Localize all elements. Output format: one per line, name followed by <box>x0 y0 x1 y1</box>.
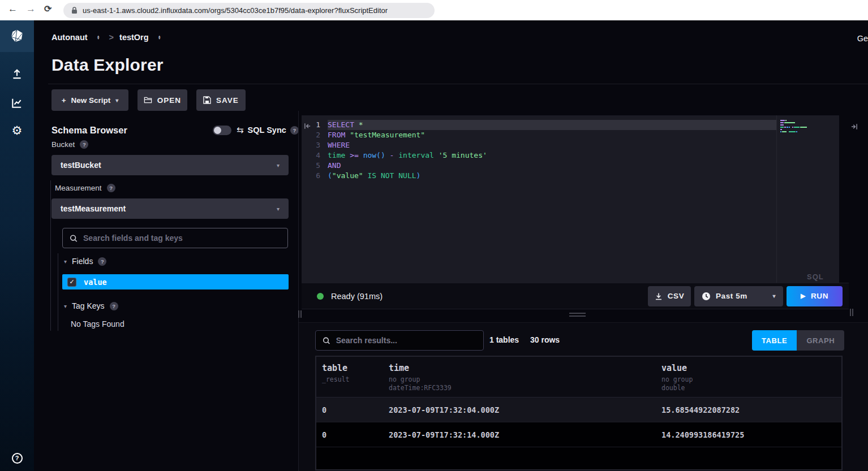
minimap-segment <box>789 127 790 128</box>
code-token: FROM <box>328 131 350 139</box>
minimap-segment <box>780 120 785 121</box>
org-switcher-icon[interactable]: ▲ ▼ <box>97 35 100 40</box>
measurement-help-icon[interactable]: ? <box>107 184 115 192</box>
minimap-segment <box>782 131 787 132</box>
column-meta: no group <box>661 375 841 384</box>
left-nav: ⚙ ? <box>0 20 34 471</box>
minimap-segment <box>794 127 800 128</box>
horizontal-resize-handle[interactable] <box>569 313 586 318</box>
run-button[interactable]: ▶ RUN <box>787 286 843 306</box>
nav-item-settings[interactable]: ⚙ <box>0 120 34 140</box>
time-range-dropdown[interactable]: Past 5m ▾ <box>694 286 783 306</box>
bucket-help-icon[interactable]: ? <box>80 140 88 149</box>
open-button[interactable]: OPEN <box>137 89 187 111</box>
minimap[interactable] <box>780 120 831 133</box>
bucket-dropdown[interactable]: testBucket ▾ <box>51 155 289 175</box>
chevron-down-icon: ▾ <box>115 97 118 103</box>
sql-editor[interactable]: 1SELECT *2FROM "testMeasurement"3WHERE4t… <box>302 115 839 283</box>
code-line[interactable]: 6("value" IS NOT NULL) <box>302 171 776 181</box>
column-meta: double <box>661 384 841 392</box>
tab-graph[interactable]: GRAPH <box>797 330 844 351</box>
browser-chrome: ← → ⟳ us-east-1-1.aws.cloud2.influxdata.… <box>0 0 868 20</box>
left-resize-handle[interactable] <box>298 310 303 320</box>
minimap-segment <box>784 122 795 123</box>
tag-keys-collapse-icon[interactable]: ▾ <box>64 303 67 309</box>
column-name: time <box>389 363 656 373</box>
status-dot <box>317 293 324 300</box>
code-line[interactable]: 4time >= now() - interval '5 minutes' <box>302 150 776 161</box>
fields-label: Fields <box>72 257 93 266</box>
code-text: time >= now() - interval '5 minutes' <box>328 150 776 161</box>
minimap-segment <box>789 131 796 132</box>
header-right-truncated-text[interactable]: Get <box>857 34 868 43</box>
csv-label: CSV <box>668 292 685 300</box>
column-meta: no group <box>389 375 656 384</box>
minimap-segment <box>780 124 784 126</box>
nav-item-load-data[interactable] <box>0 64 34 84</box>
code-line[interactable]: 2FROM "testMeasurement" <box>302 130 776 140</box>
minimap-segment <box>787 131 788 132</box>
fields-help-icon[interactable]: ? <box>98 257 106 266</box>
nav-item-data-explorer[interactable] <box>0 93 34 113</box>
code-token: AND <box>328 161 341 170</box>
column-header: valueno groupdouble <box>656 357 841 397</box>
code-token: '5 minutes' <box>439 151 487 159</box>
schema-search-input[interactable] <box>83 234 281 243</box>
right-resize-handle[interactable] <box>850 308 854 318</box>
table-row[interactable]: 02023-07-09T17:32:04.000Z15.685449220872… <box>316 397 841 422</box>
column-meta: dateTime:RFC3339 <box>389 384 656 392</box>
rows-count: 30 rows <box>530 335 560 344</box>
browser-back-button[interactable]: ← <box>8 3 18 15</box>
schema-search-box <box>62 228 288 248</box>
browser-forward-button[interactable]: → <box>26 3 36 15</box>
save-button[interactable]: SAVE <box>196 89 246 111</box>
breadcrumb-workspace[interactable]: testOrg <box>119 33 149 42</box>
nav-item-help[interactable]: ? <box>0 448 34 468</box>
fields-collapse-icon[interactable]: ▾ <box>64 258 67 265</box>
measurement-value: testMeasurement <box>61 204 277 213</box>
table-body: 02023-07-09T17:32:04.000Z15.685449220872… <box>316 397 841 447</box>
field-list: ✓value <box>62 274 289 289</box>
code-token: >= <box>350 151 363 159</box>
column-header: timeno groupdateTime:RFC3339 <box>383 357 656 397</box>
code-line[interactable]: 1SELECT * <box>302 120 776 130</box>
code-text: FROM "testMeasurement" <box>328 130 776 140</box>
column-name: table <box>322 363 383 373</box>
table-header: table_resulttimeno groupdateTime:RFC3339… <box>316 357 841 397</box>
page-title: Data Explorer <box>51 55 164 75</box>
table-row[interactable]: 02023-07-09T17:32:14.000Z14.240993186419… <box>316 422 841 447</box>
collapse-right-icon[interactable] <box>850 122 858 132</box>
tag-keys-help-icon[interactable]: ? <box>110 302 118 310</box>
new-script-button[interactable]: + New Script ▾ <box>51 89 128 111</box>
code-text: AND <box>328 161 776 171</box>
breadcrumb: Autonaut ▲ ▼ > testOrg ▲ ▼ <box>51 33 165 42</box>
field-checkbox[interactable]: ✓ <box>67 278 76 287</box>
address-bar[interactable]: us-east-1-1.aws.cloud2.influxdata.com/or… <box>63 3 435 18</box>
code-line[interactable]: 3WHERE <box>302 140 776 150</box>
code-token: WHERE <box>328 141 350 149</box>
field-item[interactable]: ✓value <box>62 274 289 289</box>
minimap-segment <box>796 131 797 132</box>
tab-table[interactable]: TABLE <box>752 330 797 351</box>
code-line[interactable]: 5AND <box>302 161 776 171</box>
results-search-input[interactable] <box>336 336 476 345</box>
minimap-segment <box>780 122 784 123</box>
influxdb-logo[interactable] <box>0 20 34 52</box>
code-token: ) <box>416 171 421 180</box>
code-token: "value" <box>332 171 363 180</box>
sql-sync-toggle[interactable] <box>213 126 231 135</box>
workspace-switcher-icon[interactable]: ▲ ▼ <box>158 35 161 40</box>
breadcrumb-org[interactable]: Autonaut <box>51 33 88 42</box>
influxdb-app: ⚙ ? Autonaut ▲ ▼ > testOrg ▲ ▼ Get Data … <box>0 20 868 471</box>
sql-sync-help-icon[interactable]: ? <box>290 126 299 135</box>
sql-sync-icon: ⇆ <box>237 125 244 135</box>
browser-reload-button[interactable]: ⟳ <box>44 3 51 14</box>
measurement-label: Measurement <box>55 184 102 192</box>
minimap-segment <box>780 131 781 132</box>
csv-download-button[interactable]: CSV <box>648 286 691 306</box>
measurement-dropdown[interactable]: testMeasurement ▾ <box>51 198 289 219</box>
column-meta: _result <box>322 375 383 384</box>
minimap-segment <box>790 127 792 128</box>
folder-icon <box>144 96 152 104</box>
bucket-label: Bucket <box>51 140 75 149</box>
